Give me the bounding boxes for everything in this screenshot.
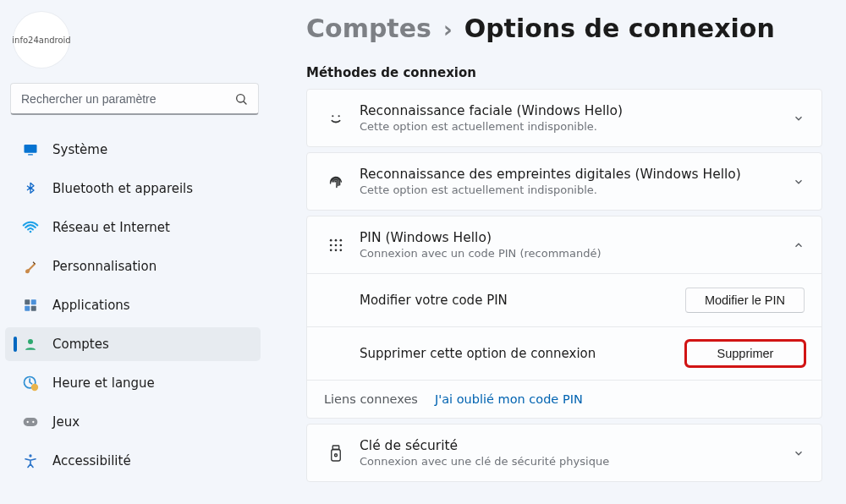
svg-line-1 [244,101,246,104]
face-icon [321,109,351,128]
option-subtitle: Cette option est actuellement indisponib… [360,184,793,196]
chevron-down-icon [793,176,805,188]
clock-globe-icon [22,375,39,392]
breadcrumb-parent[interactable]: Comptes [306,14,431,43]
chevron-up-icon [793,239,805,251]
svg-rect-6 [31,299,36,304]
svg-point-17 [338,115,340,117]
sidebar-item-network[interactable]: Réseau et Internet [5,211,261,244]
chevron-down-icon [793,112,805,124]
paintbrush-icon [22,258,39,275]
account-header[interactable]: info24android [8,8,261,79]
svg-rect-3 [28,154,33,155]
sidebar-item-accessibility[interactable]: Accessibilité [5,444,261,478]
pin-change-row: Modifier votre code PIN Modifier le PIN [307,274,821,327]
svg-point-9 [28,339,33,344]
avatar: info24android [14,12,69,68]
option-title: Clé de sécurité [360,438,793,453]
svg-point-24 [330,249,332,251]
svg-rect-5 [25,299,30,304]
wifi-icon [22,219,39,236]
related-label: Liens connexes [324,392,418,406]
svg-point-25 [335,249,338,251]
pin-keypad-icon [321,237,351,254]
apps-icon [22,297,39,314]
sidebar-item-bluetooth[interactable]: Bluetooth et appareils [5,172,261,205]
option-subtitle: Connexion avec une clé de sécurité physi… [360,455,793,468]
breadcrumb-chevron-icon: › [443,17,453,42]
pin-related-links: Liens connexes J'ai oublié mon code PIN [307,381,821,418]
sidebar-item-label: Réseau et Internet [52,220,170,235]
svg-point-19 [335,238,338,241]
svg-point-21 [330,244,332,246]
search-icon [234,92,248,106]
svg-point-29 [335,453,338,456]
svg-point-18 [330,238,332,241]
svg-point-14 [32,421,34,423]
svg-rect-2 [25,145,37,153]
sidebar-item-label: Accessibilité [52,453,131,468]
system-icon [22,141,39,158]
sidebar-item-label: Comptes [52,337,109,352]
security-key-icon [321,444,351,463]
sidebar-item-label: Jeux [52,414,80,430]
chevron-down-icon [793,447,805,459]
svg-rect-7 [25,306,30,311]
sidebar-item-label: Heure et langue [52,375,155,391]
gamepad-icon [22,414,39,430]
svg-rect-8 [31,306,36,311]
pin-remove-label: Supprimer cette option de connexion [360,346,596,361]
option-subtitle: Cette option est actuellement indisponib… [360,120,793,133]
svg-rect-12 [24,418,38,426]
option-title: Reconnaissance faciale (Windows Hello) [360,103,793,118]
signin-option-security-key-header[interactable]: Clé de sécurité Connexion avec une clé d… [307,425,821,481]
sidebar-item-accounts[interactable]: Comptes [5,327,261,361]
svg-point-11 [31,384,38,391]
sidebar-item-label: Bluetooth et appareils [52,181,193,196]
option-title: PIN (Windows Hello) [360,230,793,245]
sidebar-item-label: Applications [52,298,130,313]
signin-option-pin-header[interactable]: PIN (Windows Hello) Connexion avec un co… [307,216,821,274]
change-pin-button[interactable]: Modifier le PIN [685,288,805,313]
sidebar-item-gaming[interactable]: Jeux [5,405,261,439]
section-title: Méthodes de connexion [306,65,822,80]
sidebar-nav: Système Bluetooth et appareils Réseau et… [5,130,261,480]
sidebar-item-personalization[interactable]: Personnalisation [5,249,261,283]
person-icon [22,336,39,353]
breadcrumb: Comptes › Options de connexion [306,14,822,43]
signin-option-face: Reconnaissance faciale (Windows Hello) C… [306,89,822,147]
signin-option-pin: PIN (Windows Hello) Connexion avec un co… [306,216,822,419]
option-subtitle: Connexion avec un code PIN (recommandé) [360,247,793,260]
option-title: Reconnaissance des empreintes digitales … [360,167,793,182]
svg-point-20 [340,238,343,241]
sidebar-item-apps[interactable]: Applications [5,288,261,322]
main-content: Comptes › Options de connexion Méthodes … [269,0,846,504]
pin-change-label: Modifier votre code PIN [360,293,508,308]
forgot-pin-link[interactable]: J'ai oublié mon code PIN [435,392,583,406]
svg-point-16 [332,115,333,117]
svg-point-23 [340,244,343,246]
signin-option-security-key: Clé de sécurité Connexion avec une clé d… [306,424,822,482]
remove-pin-button[interactable]: Supprimer [686,341,805,366]
pin-remove-row: Supprimer cette option de connexion Supp… [307,327,821,381]
svg-point-26 [340,249,343,251]
bluetooth-icon [22,180,39,197]
sidebar-item-label: Personnalisation [52,259,157,274]
fingerprint-icon [321,173,351,191]
signin-option-face-header[interactable]: Reconnaissance faciale (Windows Hello) C… [307,90,821,146]
search-input-wrap[interactable] [10,83,259,115]
sidebar-item-system[interactable]: Système [5,133,261,167]
svg-point-13 [27,421,29,423]
page-title: Options de connexion [464,14,775,43]
sidebar-item-label: Système [52,142,107,157]
accessibility-icon [22,452,39,469]
svg-point-15 [29,454,31,457]
avatar-text: info24android [12,36,70,45]
svg-point-4 [30,231,32,233]
sidebar: info24android Système Bluetooth et appar… [0,0,269,504]
svg-point-22 [335,244,338,246]
signin-option-fingerprint-header[interactable]: Reconnaissance des empreintes digitales … [307,153,821,210]
signin-option-fingerprint: Reconnaissance des empreintes digitales … [306,152,822,211]
sidebar-item-time-language[interactable]: Heure et langue [5,366,261,400]
search-input[interactable] [21,92,234,106]
